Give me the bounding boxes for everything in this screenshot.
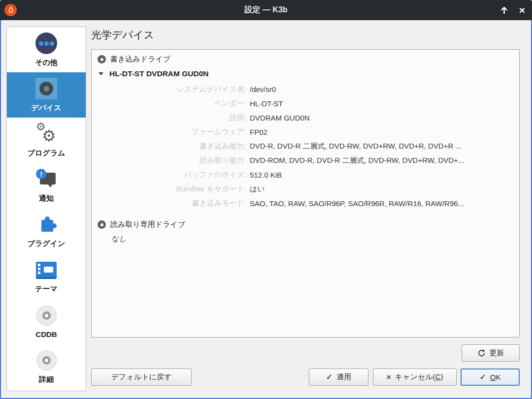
sidebar-item-plugins[interactable]: プラグイン: [7, 208, 86, 253]
close-icon[interactable]: ×: [519, 5, 525, 15]
drive-tree-item[interactable]: HL-DT-ST DVDRAM GUD0N: [99, 69, 209, 78]
detail-row: 説明:DVDRAM GUD0N: [97, 111, 515, 125]
sidebar-item-theme[interactable]: テーマ: [7, 253, 86, 299]
refresh-button[interactable]: 更新: [462, 344, 520, 362]
k3b-settings-window: 設定 — K3b × その他 デバイス: [0, 0, 532, 399]
detail-row: ファームウェア:FP02: [97, 125, 515, 139]
reader-drives-label: 読み取り専用ドライブ: [110, 220, 185, 229]
sidebar-item-label: テーマ: [35, 284, 58, 294]
sidebar-item-label: 詳細: [39, 375, 54, 384]
ok-button[interactable]: ✓ OK: [461, 368, 520, 386]
sidebar-item-label: プログラム: [28, 149, 66, 158]
detail-row: 書き込みモード:SAO, TAO, RAW, SAO/R96P, SAO/R96…: [97, 196, 515, 211]
check-icon: ✓: [479, 372, 486, 382]
sidebar-item-label: デバイス: [31, 103, 61, 113]
detail-row: Burnfree をサポート:はい: [97, 182, 515, 196]
detail-row: 読み取り能力:DVD-ROM, DVD-R, DVD-R 二層式, DVD-RW…: [97, 153, 515, 168]
theme-window-icon: [36, 262, 57, 277]
page-title: 光学デバイス: [91, 28, 154, 42]
optical-disc-icon: [98, 55, 106, 63]
window-controls: ×: [500, 0, 525, 20]
ellipsis-badge-icon: [35, 32, 57, 54]
ok-label: OK: [490, 373, 501, 381]
cd-disc-icon: [36, 350, 57, 370]
reader-drives-section-header: 読み取り専用ドライブ: [98, 220, 185, 229]
gears-icon: ⚙ ⚙: [35, 123, 58, 145]
optical-disc-icon: [98, 220, 106, 229]
cancel-label: キャンセル(C): [395, 372, 443, 382]
sidebar-item-programs[interactable]: ⚙ ⚙ プログラム: [7, 118, 86, 163]
sidebar-item-label: 通知: [39, 194, 54, 203]
notification-bubble-icon: !: [35, 168, 58, 190]
writer-drives-section-header: 書き込みドライブ: [98, 55, 170, 64]
collapse-triangle-icon[interactable]: [99, 72, 103, 75]
detail-row: バッファのサイズ:512.0 KiB: [97, 168, 515, 182]
cd-disc-icon: [36, 306, 57, 326]
restore-defaults-button[interactable]: デフォルトに戻す: [91, 368, 192, 386]
apply-label: 適用: [336, 372, 351, 382]
cross-icon: ×: [387, 373, 391, 382]
refresh-icon: [477, 349, 486, 357]
puzzle-icon: [35, 214, 57, 235]
maximize-icon[interactable]: [500, 6, 508, 14]
drive-name: HL-DT-ST DVDRAM GUD0N: [109, 69, 209, 78]
k3b-app-icon: [4, 4, 17, 16]
sidebar-item-label: その他: [35, 58, 58, 67]
window-title: 設定 — K3b: [0, 5, 532, 15]
detail-row: 書き込み能力:DVD-R, DVD-R 二層式, DVD-RW, DVD+RW,…: [97, 139, 515, 153]
titlebar: 設定 — K3b ×: [0, 0, 532, 20]
optical-devices-panel: 書き込みドライブ HL-DT-ST DVDRAM GUD0N システムデバイス名…: [91, 49, 520, 338]
sidebar-item-label: プラグイン: [28, 239, 66, 248]
restore-defaults-label: デフォルトに戻す: [111, 372, 171, 382]
settings-category-sidebar: その他 デバイス ⚙ ⚙ プログラム ! 通知: [6, 27, 86, 391]
sidebar-item-label: CDDB: [35, 330, 57, 338]
optical-drive-icon: [35, 78, 57, 99]
sidebar-item-devices[interactable]: デバイス: [7, 72, 86, 118]
writer-drives-label: 書き込みドライブ: [110, 55, 170, 64]
window-body: その他 デバイス ⚙ ⚙ プログラム ! 通知: [0, 20, 532, 399]
sidebar-item-cddb[interactable]: CDDB: [7, 299, 86, 344]
detail-row: システムデバイス名:/dev/sr0: [97, 82, 515, 96]
cancel-button[interactable]: × キャンセル(C): [373, 368, 457, 386]
check-icon: ✓: [326, 372, 332, 382]
refresh-label: 更新: [490, 348, 504, 358]
sidebar-item-notifications[interactable]: ! 通知: [7, 163, 86, 208]
flame-icon: [7, 6, 15, 14]
drive-details: システムデバイス名:/dev/sr0 ベンダー:HL-DT-ST 説明:DVDR…: [97, 82, 515, 211]
apply-button[interactable]: ✓ 適用: [309, 368, 368, 386]
detail-row: ベンダー:HL-DT-ST: [97, 96, 515, 111]
reader-drives-none: なし: [111, 234, 127, 244]
sidebar-item-advanced[interactable]: 詳細: [7, 344, 86, 389]
sidebar-item-misc[interactable]: その他: [7, 27, 86, 72]
